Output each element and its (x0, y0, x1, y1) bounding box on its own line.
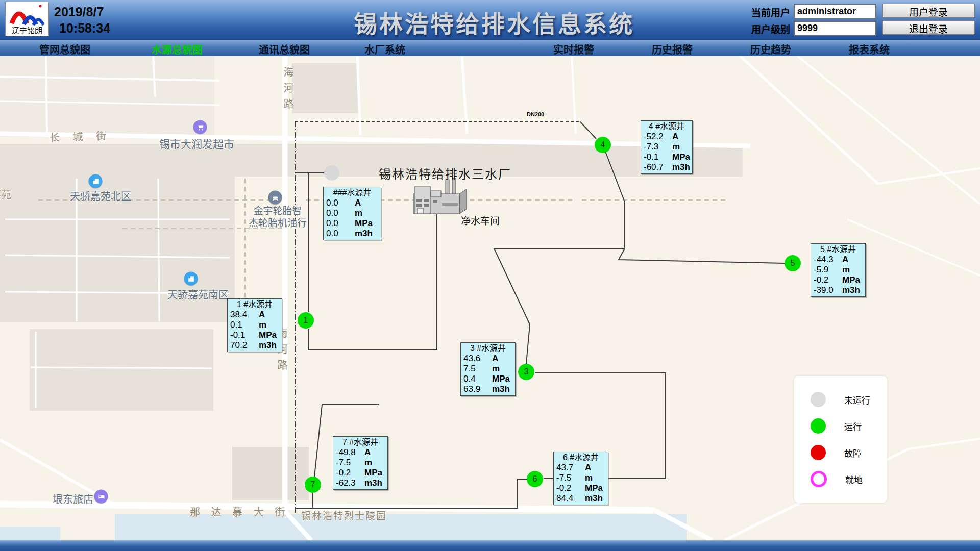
well-row-pressure: -0.1MPa (641, 152, 692, 162)
building-icon (187, 274, 195, 283)
status-legend: 未运行 运行 故障 就地 (794, 376, 887, 503)
well-box-title: 5 #水源井 (811, 244, 865, 255)
workshop-label: 净水车间 (461, 213, 500, 227)
well-row-current: 0.0A (324, 198, 381, 208)
unit-current: A (492, 354, 498, 364)
car-icon (271, 193, 279, 202)
value-pressure: -0.2 (814, 275, 842, 285)
unit-level: m (364, 458, 372, 468)
current-date: 2019/8/7 (54, 4, 110, 20)
unit-pressure: MPa (355, 218, 373, 229)
well-row-level: -7.5m (554, 473, 608, 483)
value-pressure: 0.4 (463, 374, 492, 384)
area-label-tianjiao: 天骄嘉苑 (0, 187, 11, 202)
nav-realtime-alarm[interactable]: 实时报警 (553, 42, 594, 57)
well-box-5: 5 #水源井 -44.3A -5.9m -0.2MPa -39.0m3h (811, 243, 866, 297)
logo-text: 辽宁铭朗 (12, 24, 42, 35)
unit-flow: m3h (585, 493, 603, 504)
well-row-level: -7.3m (641, 142, 692, 152)
running-status-icon (811, 418, 826, 434)
unit-pressure: MPa (672, 152, 690, 162)
well-row-current: -44.3A (811, 255, 865, 265)
well-box-7: 7 #水源井 -49.8A -7.5m -0.2MPa -62.3m3h (333, 436, 388, 490)
logout-button[interactable]: 退出登录 (882, 20, 975, 35)
unit-flow: m3h (364, 478, 382, 488)
value-flow: 84.4 (556, 493, 585, 504)
unit-flow: m3h (355, 229, 373, 239)
value-current: 38.4 (230, 310, 259, 320)
legend-label: 就地 (845, 473, 863, 486)
well-marker-1[interactable]: 1 (298, 312, 314, 329)
value-flow: 63.9 (463, 384, 492, 394)
notrunning-status-icon (811, 392, 826, 407)
value-flow: 0.0 (326, 229, 355, 239)
well-row-flow: 0.0m3h (324, 229, 381, 239)
well-marker-5[interactable]: 5 (785, 255, 801, 271)
well-box-title: 7 #水源井 (333, 437, 387, 447)
nav-report-system[interactable]: 报表系统 (849, 42, 890, 57)
unit-current: A (842, 255, 848, 265)
login-button[interactable]: 用户登录 (882, 4, 975, 18)
north-residence-badge (89, 174, 103, 188)
well-row-flow: -62.3m3h (333, 478, 387, 488)
value-current: 0.0 (326, 198, 355, 208)
value-pressure: 0.0 (326, 218, 355, 229)
marker-number: 5 (791, 259, 795, 268)
nav-water-source-overview[interactable]: 水源总貌图 (152, 42, 203, 57)
fault-status-icon (811, 445, 826, 460)
current-user-label: 当前用户 (744, 5, 790, 19)
legend-item-notrunning: 未运行 (794, 386, 887, 413)
well-box-6: 6 #水源井 43.7A -7.5m -0.2MPa 84.4m3h (553, 452, 608, 505)
cart-icon (196, 123, 204, 131)
value-pressure: -0.1 (644, 152, 672, 162)
poi-label-tire-line1: 金宇轮胎智 (249, 205, 307, 217)
unit-pressure: MPa (259, 330, 277, 340)
tire-shop-badge (268, 191, 282, 205)
marker-number: 7 (311, 480, 315, 489)
header-bar: 辽宁铭朗 2019/8/7 10:58:34 锡林浩特给排水信息系统 当前用户 … (0, 0, 980, 40)
legend-label: 未运行 (844, 393, 870, 406)
value-level: -7.5 (336, 458, 364, 468)
local-status-icon (811, 471, 827, 487)
legend-item-running: 运行 (794, 413, 887, 439)
value-current: 43.6 (463, 354, 492, 364)
well-box-4: 4 #水源井 -52.2A -7.3m -0.1MPa -60.7m3h (641, 120, 693, 174)
well-marker-6[interactable]: 6 (527, 471, 543, 487)
logo-swoosh-icon (7, 2, 47, 26)
well-row-current: 38.4A (228, 310, 282, 320)
unit-current: A (259, 310, 265, 320)
value-level: -7.5 (556, 473, 585, 483)
map-blocks (0, 55, 743, 500)
well-marker-4[interactable]: 4 (595, 137, 611, 153)
well-box-title: 6 #水源井 (554, 452, 608, 463)
unit-level: m (585, 473, 593, 483)
well-row-pressure: 0.4MPa (461, 374, 515, 384)
user-level-input[interactable] (794, 21, 876, 36)
plant-status-marker[interactable] (324, 165, 339, 181)
value-pressure: -0.2 (336, 468, 364, 478)
well-row-pressure: -0.1MPa (228, 330, 282, 340)
well-row-flow: -60.7m3h (641, 162, 692, 172)
main-nav: 管网总貌图 水源总貌图 通讯总貌图 水厂系统 实时报警 历史报警 历史趋势 报表… (0, 40, 980, 56)
well-marker-3[interactable]: 3 (518, 364, 534, 380)
nav-history-alarm[interactable]: 历史报警 (652, 42, 693, 57)
nav-waterworks-system[interactable]: 水厂系统 (364, 42, 405, 57)
poi-label-north-residence: 天骄嘉苑北区 (70, 188, 131, 203)
well-row-level: -7.5m (333, 458, 387, 468)
nav-history-trend[interactable]: 历史趋势 (750, 42, 791, 57)
unit-pressure: MPa (492, 374, 510, 384)
nav-communication-overview[interactable]: 通讯总貌图 (259, 42, 310, 57)
well-row-flow: 70.2m3h (228, 340, 282, 350)
unit-current: A (585, 463, 591, 473)
legend-item-local: 就地 (794, 466, 887, 492)
unit-current: A (364, 447, 371, 458)
south-residence-badge (184, 272, 198, 286)
current-user-input[interactable] (794, 4, 876, 19)
value-level: 7.5 (463, 364, 492, 374)
well-marker-7[interactable]: 7 (305, 477, 321, 493)
hotel-badge (94, 490, 108, 504)
bed-icon (97, 492, 105, 500)
well-row-pressure: 0.0MPa (324, 218, 381, 229)
value-level: -5.9 (814, 265, 842, 275)
nav-pipe-network-overview[interactable]: 管网总貌图 (39, 42, 90, 57)
